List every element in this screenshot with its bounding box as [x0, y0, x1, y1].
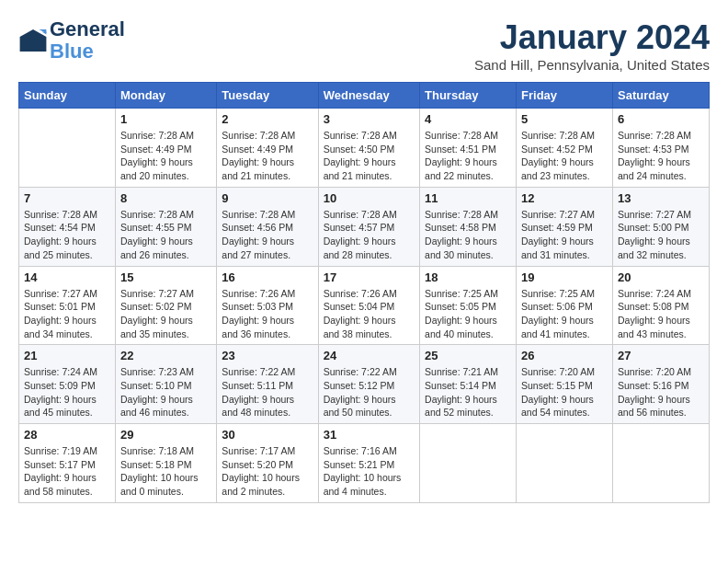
week-row-4: 28Sunrise: 7:19 AM Sunset: 5:17 PM Dayli…: [19, 424, 710, 503]
calendar-cell: 31Sunrise: 7:16 AM Sunset: 5:21 PM Dayli…: [318, 424, 419, 503]
day-number: 25: [425, 349, 511, 362]
header-cell-wednesday: Wednesday: [318, 83, 419, 109]
day-info: Sunrise: 7:18 AM Sunset: 5:18 PM Dayligh…: [120, 444, 211, 499]
week-row-1: 7Sunrise: 7:28 AM Sunset: 4:54 PM Daylig…: [19, 187, 710, 266]
location: Sand Hill, Pennsylvania, United States: [474, 57, 710, 73]
header-cell-monday: Monday: [115, 83, 216, 109]
calendar-header: SundayMondayTuesdayWednesdayThursdayFrid…: [19, 83, 710, 109]
calendar-cell: 22Sunrise: 7:23 AM Sunset: 5:10 PM Dayli…: [115, 345, 216, 424]
calendar-cell: 6Sunrise: 7:28 AM Sunset: 4:53 PM Daylig…: [612, 109, 709, 188]
calendar-cell: 2Sunrise: 7:28 AM Sunset: 4:49 PM Daylig…: [217, 109, 318, 188]
day-info: Sunrise: 7:21 AM Sunset: 5:14 PM Dayligh…: [425, 365, 511, 419]
month-title: January 2024: [474, 18, 710, 57]
day-number: 31: [324, 428, 415, 442]
calendar-cell: 29Sunrise: 7:18 AM Sunset: 5:18 PM Dayli…: [115, 424, 216, 503]
day-number: 26: [521, 349, 608, 362]
calendar-cell: 7Sunrise: 7:28 AM Sunset: 4:54 PM Daylig…: [19, 187, 116, 266]
day-info: Sunrise: 7:24 AM Sunset: 5:08 PM Dayligh…: [618, 287, 704, 341]
header-cell-thursday: Thursday: [420, 83, 517, 109]
day-info: Sunrise: 7:22 AM Sunset: 5:12 PM Dayligh…: [324, 365, 415, 419]
calendar-cell: 21Sunrise: 7:24 AM Sunset: 5:09 PM Dayli…: [19, 345, 116, 424]
calendar-cell: 15Sunrise: 7:27 AM Sunset: 5:02 PM Dayli…: [115, 266, 216, 345]
logo-line1: General: [50, 18, 125, 40]
day-number: 21: [24, 349, 110, 362]
day-number: 9: [222, 191, 313, 205]
calendar-cell: 30Sunrise: 7:17 AM Sunset: 5:20 PM Dayli…: [217, 424, 318, 503]
calendar-body: 1Sunrise: 7:28 AM Sunset: 4:49 PM Daylig…: [19, 109, 710, 503]
day-info: Sunrise: 7:23 AM Sunset: 5:10 PM Dayligh…: [120, 365, 211, 419]
day-number: 5: [521, 112, 608, 126]
header-cell-tuesday: Tuesday: [217, 83, 318, 109]
day-info: Sunrise: 7:28 AM Sunset: 4:58 PM Dayligh…: [425, 208, 511, 262]
day-number: 24: [324, 349, 415, 362]
week-row-0: 1Sunrise: 7:28 AM Sunset: 4:49 PM Daylig…: [19, 109, 710, 188]
day-info: Sunrise: 7:28 AM Sunset: 4:50 PM Dayligh…: [324, 129, 415, 183]
day-info: Sunrise: 7:28 AM Sunset: 4:51 PM Dayligh…: [425, 129, 511, 183]
calendar-cell: 20Sunrise: 7:24 AM Sunset: 5:08 PM Dayli…: [612, 266, 709, 345]
day-number: 19: [521, 270, 608, 284]
calendar-cell: [517, 424, 613, 503]
day-info: Sunrise: 7:26 AM Sunset: 5:03 PM Dayligh…: [222, 287, 313, 341]
day-number: 29: [120, 428, 211, 442]
calendar-cell: 8Sunrise: 7:28 AM Sunset: 4:55 PM Daylig…: [115, 187, 216, 266]
day-number: 13: [618, 191, 704, 205]
logo-line2: Blue: [50, 40, 125, 63]
day-number: 17: [324, 270, 415, 284]
calendar-cell: 11Sunrise: 7:28 AM Sunset: 4:58 PM Dayli…: [420, 187, 517, 266]
calendar-cell: 26Sunrise: 7:20 AM Sunset: 5:15 PM Dayli…: [517, 345, 613, 424]
header-cell-sunday: Sunday: [19, 83, 116, 109]
day-info: Sunrise: 7:26 AM Sunset: 5:04 PM Dayligh…: [324, 287, 415, 341]
day-number: 4: [425, 112, 511, 126]
calendar-cell: 14Sunrise: 7:27 AM Sunset: 5:01 PM Dayli…: [19, 266, 116, 345]
day-info: Sunrise: 7:28 AM Sunset: 4:49 PM Dayligh…: [120, 129, 211, 183]
day-info: Sunrise: 7:25 AM Sunset: 5:06 PM Dayligh…: [521, 287, 608, 341]
calendar-cell: 16Sunrise: 7:26 AM Sunset: 5:03 PM Dayli…: [217, 266, 318, 345]
calendar-cell: 3Sunrise: 7:28 AM Sunset: 4:50 PM Daylig…: [318, 109, 419, 188]
calendar-cell: 5Sunrise: 7:28 AM Sunset: 4:52 PM Daylig…: [517, 109, 613, 188]
svg-marker-2: [42, 32, 47, 35]
day-number: 2: [222, 112, 313, 126]
calendar-cell: 1Sunrise: 7:28 AM Sunset: 4:49 PM Daylig…: [115, 109, 216, 188]
day-number: 10: [324, 191, 415, 205]
calendar-cell: 24Sunrise: 7:22 AM Sunset: 5:12 PM Dayli…: [318, 345, 419, 424]
header-row: SundayMondayTuesdayWednesdayThursdayFrid…: [19, 83, 710, 109]
day-info: Sunrise: 7:19 AM Sunset: 5:17 PM Dayligh…: [24, 444, 110, 499]
page-header: General Blue January 2024 Sand Hill, Pen…: [18, 18, 710, 73]
calendar-cell: 17Sunrise: 7:26 AM Sunset: 5:04 PM Dayli…: [318, 266, 419, 345]
title-block: January 2024 Sand Hill, Pennsylvania, Un…: [474, 18, 710, 73]
day-info: Sunrise: 7:28 AM Sunset: 4:52 PM Dayligh…: [521, 129, 608, 183]
day-number: 20: [618, 270, 704, 284]
calendar-cell: 19Sunrise: 7:25 AM Sunset: 5:06 PM Dayli…: [517, 266, 613, 345]
day-number: 30: [222, 428, 313, 442]
day-info: Sunrise: 7:25 AM Sunset: 5:05 PM Dayligh…: [425, 287, 511, 341]
calendar-cell: 27Sunrise: 7:20 AM Sunset: 5:16 PM Dayli…: [612, 345, 709, 424]
calendar-cell: 4Sunrise: 7:28 AM Sunset: 4:51 PM Daylig…: [420, 109, 517, 188]
day-info: Sunrise: 7:20 AM Sunset: 5:15 PM Dayligh…: [521, 365, 608, 419]
day-number: 23: [222, 349, 313, 362]
svg-marker-0: [20, 29, 47, 52]
day-info: Sunrise: 7:20 AM Sunset: 5:16 PM Dayligh…: [618, 365, 704, 419]
day-number: 22: [120, 349, 211, 362]
day-number: 7: [24, 191, 110, 205]
day-info: Sunrise: 7:28 AM Sunset: 4:56 PM Dayligh…: [222, 208, 313, 262]
day-info: Sunrise: 7:27 AM Sunset: 5:00 PM Dayligh…: [618, 208, 704, 262]
day-info: Sunrise: 7:27 AM Sunset: 4:59 PM Dayligh…: [521, 208, 608, 262]
day-info: Sunrise: 7:17 AM Sunset: 5:20 PM Dayligh…: [222, 444, 313, 499]
calendar-cell: [19, 109, 116, 188]
day-info: Sunrise: 7:28 AM Sunset: 4:49 PM Dayligh…: [222, 129, 313, 183]
calendar-cell: 18Sunrise: 7:25 AM Sunset: 5:05 PM Dayli…: [420, 266, 517, 345]
day-info: Sunrise: 7:24 AM Sunset: 5:09 PM Dayligh…: [24, 365, 110, 419]
day-info: Sunrise: 7:27 AM Sunset: 5:02 PM Dayligh…: [120, 287, 211, 341]
logo: General Blue: [18, 18, 125, 63]
day-info: Sunrise: 7:16 AM Sunset: 5:21 PM Dayligh…: [324, 444, 415, 499]
logo-icon: [18, 26, 48, 55]
week-row-3: 21Sunrise: 7:24 AM Sunset: 5:09 PM Dayli…: [19, 345, 710, 424]
header-cell-saturday: Saturday: [612, 83, 709, 109]
calendar-table: SundayMondayTuesdayWednesdayThursdayFrid…: [18, 82, 710, 503]
week-row-2: 14Sunrise: 7:27 AM Sunset: 5:01 PM Dayli…: [19, 266, 710, 345]
day-number: 15: [120, 270, 211, 284]
calendar-cell: 28Sunrise: 7:19 AM Sunset: 5:17 PM Dayli…: [19, 424, 116, 503]
day-number: 1: [120, 112, 211, 126]
header-cell-friday: Friday: [517, 83, 613, 109]
day-number: 18: [425, 270, 511, 284]
